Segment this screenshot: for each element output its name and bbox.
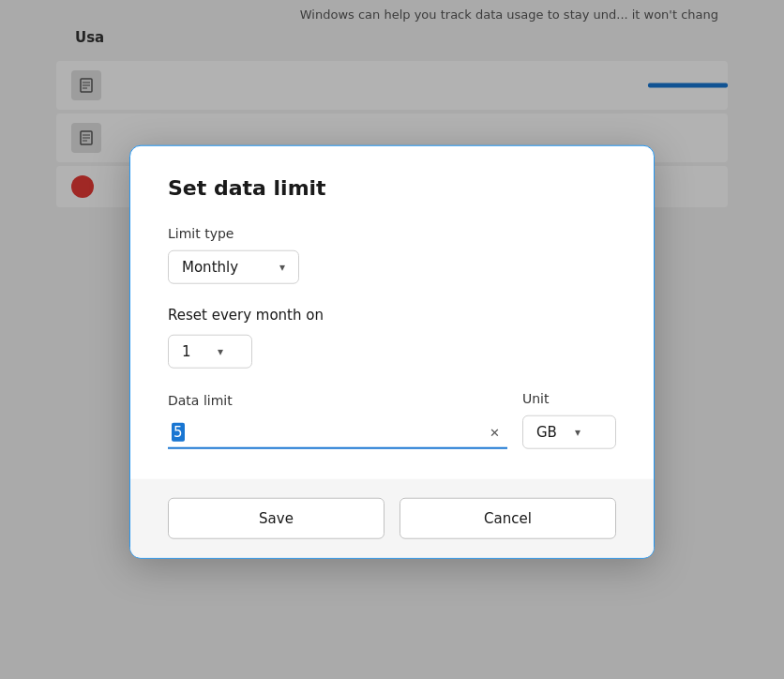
unit-label: Unit	[522, 391, 616, 406]
limit-type-chevron-icon: ▾	[279, 261, 285, 274]
reset-label: Reset every month on	[168, 307, 616, 324]
limit-type-label: Limit type	[168, 226, 616, 241]
unit-chevron-icon: ▾	[575, 426, 580, 439]
dialog-footer: Save Cancel	[130, 479, 654, 558]
reset-day-chevron-icon: ▾	[218, 345, 223, 358]
reset-day-select-wrapper[interactable]: 1 2 3 4 5 10 15 20 28 ▾	[168, 335, 252, 369]
data-limit-label: Data limit	[168, 393, 507, 408]
limit-type-select-wrapper[interactable]: Monthly One-time ▾	[168, 250, 299, 284]
reset-day-select[interactable]: 1 2 3 4 5 10 15 20 28	[182, 343, 210, 360]
dialog-title: Set data limit	[168, 176, 616, 200]
unit-select[interactable]: GB MB	[536, 424, 569, 441]
set-data-limit-dialog: Set data limit Limit type Monthly One-ti…	[129, 145, 655, 559]
data-limit-input-wrapper[interactable]: 5 ✕	[168, 417, 507, 449]
save-button[interactable]: Save	[168, 498, 384, 539]
data-limit-selected-value: 5	[172, 423, 185, 442]
limit-type-select[interactable]: Monthly One-time	[182, 259, 272, 276]
unit-select-wrapper[interactable]: GB MB ▾	[522, 415, 616, 449]
cancel-button[interactable]: Cancel	[400, 498, 616, 539]
data-limit-input[interactable]	[185, 424, 487, 441]
clear-icon[interactable]: ✕	[486, 423, 504, 441]
